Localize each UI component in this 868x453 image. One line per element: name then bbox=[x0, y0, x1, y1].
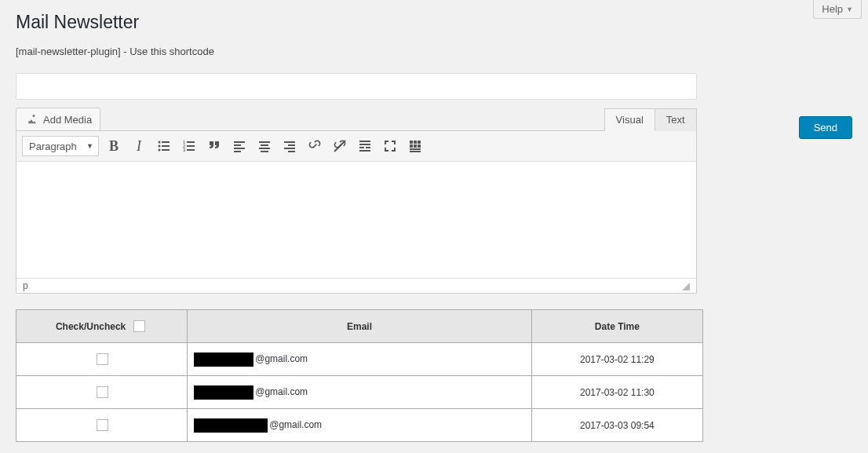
format-select-label: Paragraph bbox=[29, 141, 77, 152]
svg-point-0 bbox=[33, 115, 35, 117]
row-datetime: 2017-03-02 11:30 bbox=[531, 376, 702, 409]
svg-point-3 bbox=[159, 145, 161, 148]
svg-rect-38 bbox=[410, 151, 421, 152]
blockquote-button[interactable] bbox=[204, 136, 224, 156]
add-media-label: Add Media bbox=[43, 114, 92, 126]
row-checkbox[interactable] bbox=[97, 419, 108, 431]
editor-status-path: p bbox=[23, 280, 28, 291]
svg-rect-33 bbox=[418, 141, 421, 144]
editor-container: Paragraph B I 123 bbox=[16, 130, 697, 294]
row-datetime: 2017-03-02 11:29 bbox=[531, 343, 702, 376]
read-more-button[interactable] bbox=[355, 136, 375, 156]
email-suffix: @gmail.com bbox=[269, 419, 322, 430]
align-right-button[interactable] bbox=[279, 136, 300, 156]
add-media-button[interactable]: Add Media bbox=[16, 108, 100, 131]
svg-rect-20 bbox=[261, 151, 268, 152]
editor-content-area[interactable] bbox=[16, 162, 696, 278]
svg-text:3: 3 bbox=[183, 148, 186, 152]
svg-rect-16 bbox=[234, 151, 241, 152]
th-email: Email bbox=[188, 310, 532, 343]
svg-rect-21 bbox=[284, 141, 295, 143]
bullet-list-button[interactable] bbox=[154, 136, 174, 156]
svg-rect-23 bbox=[284, 148, 295, 149]
svg-rect-24 bbox=[288, 151, 295, 152]
svg-rect-6 bbox=[162, 149, 170, 151]
svg-rect-29 bbox=[366, 147, 370, 148]
format-select[interactable]: Paragraph bbox=[22, 136, 99, 156]
th-check-label: Check/Uncheck bbox=[56, 321, 126, 332]
page-title: Mail Newsletter bbox=[16, 0, 852, 36]
resize-handle[interactable] bbox=[680, 281, 690, 290]
shortcode-note: [mail-newsletter-plugin] - Use this shor… bbox=[16, 46, 852, 57]
svg-rect-14 bbox=[234, 144, 241, 146]
tab-text[interactable]: Text bbox=[655, 108, 697, 131]
table-row: @gmail.com 2017-03-03 09:54 bbox=[16, 409, 703, 442]
svg-rect-18 bbox=[261, 144, 268, 146]
redacted-email-local bbox=[194, 353, 253, 367]
svg-rect-10 bbox=[187, 145, 195, 147]
svg-rect-8 bbox=[187, 141, 195, 143]
svg-rect-15 bbox=[234, 148, 245, 149]
redacted-email-local bbox=[194, 385, 253, 400]
svg-rect-32 bbox=[414, 141, 417, 144]
help-label: Help bbox=[822, 3, 843, 15]
table-row: @gmail.com 2017-03-02 11:29 bbox=[16, 343, 703, 376]
tab-visual[interactable]: Visual bbox=[604, 108, 655, 131]
svg-rect-37 bbox=[410, 148, 421, 150]
th-datetime: Date Time bbox=[531, 310, 702, 343]
svg-rect-22 bbox=[288, 144, 295, 146]
row-checkbox[interactable] bbox=[97, 353, 108, 365]
align-left-button[interactable] bbox=[229, 136, 250, 156]
svg-point-5 bbox=[159, 149, 161, 152]
email-suffix: @gmail.com bbox=[255, 353, 308, 364]
svg-rect-27 bbox=[359, 144, 370, 145]
svg-point-1 bbox=[159, 141, 161, 144]
table-row: @gmail.com 2017-03-02 11:30 bbox=[16, 376, 703, 409]
svg-rect-35 bbox=[414, 144, 417, 148]
toolbar-toggle-button[interactable] bbox=[405, 136, 425, 156]
editor-toolbar: Paragraph B I 123 bbox=[16, 131, 696, 162]
svg-rect-30 bbox=[359, 150, 370, 152]
media-icon bbox=[24, 112, 38, 126]
svg-rect-2 bbox=[162, 141, 170, 143]
send-button[interactable]: Send bbox=[799, 116, 852, 139]
row-datetime: 2017-03-03 09:54 bbox=[531, 409, 702, 442]
svg-rect-36 bbox=[418, 144, 421, 148]
align-center-button[interactable] bbox=[254, 136, 275, 156]
bold-button[interactable]: B bbox=[104, 136, 124, 156]
svg-rect-31 bbox=[410, 141, 413, 144]
svg-rect-17 bbox=[259, 141, 270, 143]
chevron-down-icon: ▼ bbox=[846, 5, 853, 13]
link-button[interactable] bbox=[305, 136, 325, 156]
svg-rect-26 bbox=[359, 141, 370, 142]
email-suffix: @gmail.com bbox=[255, 386, 308, 397]
row-checkbox[interactable] bbox=[97, 386, 108, 398]
unlink-button[interactable] bbox=[330, 136, 350, 156]
italic-button[interactable]: I bbox=[129, 136, 149, 156]
svg-rect-13 bbox=[234, 141, 245, 143]
help-screen-tab[interactable]: Help ▼ bbox=[813, 0, 862, 19]
svg-rect-4 bbox=[162, 145, 170, 147]
check-all-checkbox[interactable] bbox=[133, 320, 145, 332]
redacted-email-local bbox=[194, 418, 268, 433]
subscriber-table: Check/Uncheck Email Date Time @gmail.com… bbox=[16, 309, 703, 442]
numbered-list-button[interactable]: 123 bbox=[179, 136, 199, 156]
fullscreen-button[interactable] bbox=[380, 136, 400, 156]
svg-rect-28 bbox=[359, 147, 364, 148]
newsletter-title-input[interactable] bbox=[16, 73, 697, 100]
svg-rect-12 bbox=[187, 149, 195, 151]
svg-rect-34 bbox=[410, 144, 413, 148]
svg-rect-19 bbox=[259, 148, 270, 149]
